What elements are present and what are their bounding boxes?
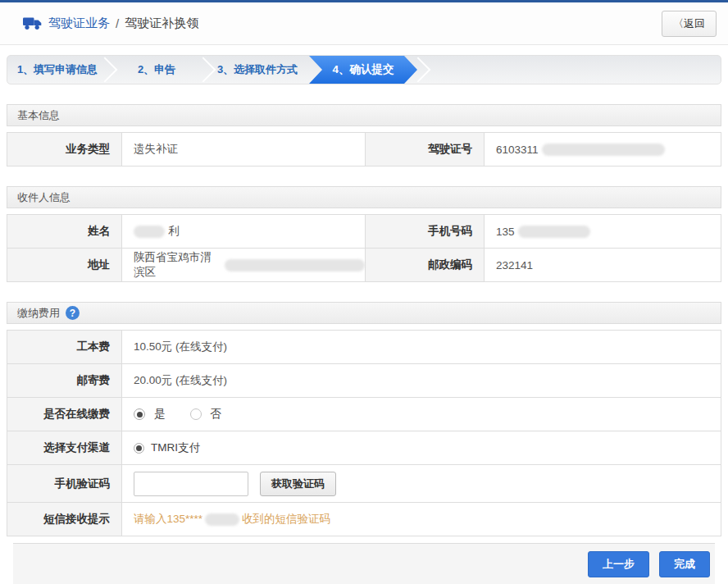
license-number-text: 6103311 [496, 144, 539, 156]
recipient-info-title: 收件人信息 [17, 190, 71, 205]
radio-pay-online-yes[interactable] [134, 408, 145, 420]
address-text: 陕西省宝鸡市渭滨区 [134, 250, 221, 280]
address-label: 地址 [7, 249, 122, 282]
captcha-row: 获取验证码 [122, 465, 721, 503]
mail-fee-text: 20.00元 (在线支付) [134, 373, 227, 388]
step-2-declare[interactable]: 2、申告 [107, 56, 206, 84]
breadcrumb: 驾驶证业务 / 驾驶证补换领 [23, 16, 198, 31]
payment-table: 工本费 10.50元 (在线支付) 邮寄费 20.00元 (在线支付) 是否在线… [7, 330, 721, 536]
sms-tip-suffix: 收到的短信验证码 [242, 512, 330, 527]
online-pay-label: 是否在线缴费 [7, 398, 122, 431]
postcode-value: 232141 [485, 249, 721, 282]
payment-title: 缴纳费用 [17, 306, 60, 321]
pay-channel-label: 选择支付渠道 [7, 431, 122, 465]
phone-label: 手机号码 [365, 215, 485, 249]
sms-tip-text: 请输入135**** 收到的短信验证码 [134, 512, 330, 527]
radio-tmri-label[interactable]: TMRI支付 [151, 440, 200, 455]
get-code-button[interactable]: 获取验证码 [260, 472, 336, 496]
breadcrumb-current: 驾驶证补换领 [125, 16, 198, 31]
step-3-pickup-method[interactable]: 3、选择取件方式 [206, 56, 309, 84]
work-fee-text: 10.50元 (在线支付) [134, 340, 227, 354]
captcha-label: 手机验证码 [7, 465, 122, 503]
radio-yes-label[interactable]: 是 [154, 407, 166, 422]
name-value: 利 [122, 215, 365, 249]
name-text: 利 [168, 224, 180, 239]
radio-pay-online-no[interactable] [190, 408, 202, 420]
pay-channel-options: TMRI支付 [122, 431, 721, 465]
previous-step-button[interactable]: 上一步 [588, 551, 649, 577]
phone-text: 135 [496, 226, 515, 238]
page-header: 驾驶证业务 / 驾驶证补换领 〈返回 [0, 2, 728, 45]
main-content: 基本信息 业务类型 遗失补证 驾驶证号 6103311 收件人信息 姓名 利 手… [0, 104, 728, 584]
footer-action-bar: 上一步 完成 [13, 543, 715, 584]
back-button[interactable]: 〈返回 [662, 11, 717, 37]
business-type-text: 遗失补证 [134, 142, 178, 157]
name-label: 姓名 [7, 215, 122, 249]
mail-fee-label: 邮寄费 [7, 364, 122, 398]
step-1-fill-info[interactable]: 1、填写申请信息 [7, 56, 107, 84]
phone-value: 135 [485, 215, 721, 249]
captcha-input[interactable] [134, 472, 248, 496]
license-number-value: 6103311 [485, 133, 721, 167]
basic-info-table: 业务类型 遗失补证 驾驶证号 6103311 [7, 132, 721, 167]
truck-icon [23, 16, 43, 30]
mail-fee-value: 20.00元 (在线支付) [122, 364, 721, 398]
recipient-info-table: 姓名 利 手机号码 135 地址 陕西省宝鸡市渭滨区 邮政编码 232141 [7, 214, 721, 282]
step-progress-bar: 1、填写申请信息 2、申告 3、选择取件方式 4、确认提交 [7, 55, 721, 84]
page-container: 驾驶证业务 / 驾驶证补换领 〈返回 1、填写申请信息 2、申告 3、选择取件方… [0, 0, 728, 584]
redacted-text [205, 513, 239, 526]
work-fee-label: 工本费 [7, 331, 122, 364]
breadcrumb-separator: / [116, 16, 119, 30]
finish-button[interactable]: 完成 [659, 551, 710, 577]
redacted-text [542, 144, 665, 156]
business-type-label: 业务类型 [7, 133, 122, 167]
basic-info-section-header: 基本信息 [7, 104, 721, 126]
redacted-text [225, 259, 365, 271]
breadcrumb-service[interactable]: 驾驶证业务 [48, 16, 110, 31]
sms-tip-prefix: 请输入135**** [134, 512, 202, 527]
work-fee-value: 10.50元 (在线支付) [122, 331, 721, 364]
address-value: 陕西省宝鸡市渭滨区 [122, 249, 365, 282]
payment-section-header: 缴纳费用 ? [7, 302, 721, 324]
online-pay-options: 是 否 [122, 398, 721, 431]
business-type-value: 遗失补证 [122, 133, 365, 167]
postcode-label: 邮政编码 [365, 249, 485, 282]
license-number-label: 驾驶证号 [365, 133, 485, 167]
recipient-info-section-header: 收件人信息 [7, 186, 721, 208]
sms-tip-value: 请输入135**** 收到的短信验证码 [122, 503, 721, 536]
radio-no-label[interactable]: 否 [211, 407, 222, 422]
help-icon[interactable]: ? [66, 306, 80, 320]
sms-tip-label: 短信接收提示 [7, 503, 122, 536]
postcode-text: 232141 [496, 259, 533, 271]
radio-tmri-pay[interactable] [134, 443, 144, 454]
redacted-text [134, 226, 165, 238]
basic-info-title: 基本信息 [17, 108, 60, 123]
step-4-confirm-submit[interactable]: 4、确认提交 [309, 56, 417, 84]
redacted-text [518, 226, 590, 238]
